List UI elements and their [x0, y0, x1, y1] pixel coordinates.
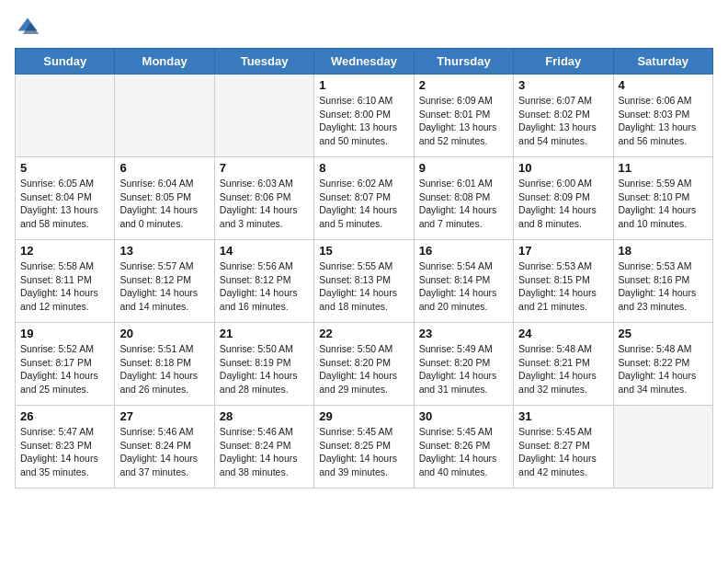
day-info: Sunrise: 5:48 AMSunset: 8:21 PMDaylight:… — [518, 342, 608, 396]
day-info: Sunrise: 6:07 AMSunset: 8:02 PMDaylight:… — [518, 94, 608, 148]
calendar-cell — [16, 75, 115, 157]
calendar-cell: 17Sunrise: 5:53 AMSunset: 8:15 PMDayligh… — [514, 240, 613, 323]
day-number: 16 — [419, 244, 508, 258]
calendar-cell: 16Sunrise: 5:54 AMSunset: 8:14 PMDayligh… — [414, 240, 513, 323]
day-info: Sunrise: 6:01 AMSunset: 8:08 PMDaylight:… — [419, 177, 508, 231]
day-info: Sunrise: 6:00 AMSunset: 8:09 PMDaylight:… — [518, 177, 608, 231]
calendar-cell: 29Sunrise: 5:45 AMSunset: 8:25 PMDayligh… — [314, 406, 414, 488]
calendar-cell: 6Sunrise: 6:04 AMSunset: 8:05 PMDaylight… — [115, 157, 214, 240]
calendar-cell: 25Sunrise: 5:48 AMSunset: 8:22 PMDayligh… — [613, 323, 712, 406]
calendar-cell: 28Sunrise: 5:46 AMSunset: 8:24 PMDayligh… — [214, 406, 313, 488]
day-number: 26 — [20, 409, 109, 423]
calendar-cell — [214, 75, 313, 157]
day-info: Sunrise: 5:55 AMSunset: 8:13 PMDaylight:… — [319, 259, 408, 314]
header — [15, 15, 713, 40]
day-number: 14 — [220, 244, 309, 258]
day-info: Sunrise: 5:53 AMSunset: 8:16 PMDaylight:… — [619, 259, 708, 314]
day-info: Sunrise: 5:46 AMSunset: 8:24 PMDaylight:… — [220, 425, 309, 479]
day-info: Sunrise: 5:45 AMSunset: 8:25 PMDaylight:… — [319, 425, 408, 479]
day-info: Sunrise: 5:57 AMSunset: 8:12 PMDaylight:… — [119, 259, 209, 314]
calendar-cell: 22Sunrise: 5:50 AMSunset: 8:20 PMDayligh… — [314, 323, 414, 406]
col-header-wednesday: Wednesday — [314, 49, 414, 75]
calendar-cell: 13Sunrise: 5:57 AMSunset: 8:12 PMDayligh… — [115, 240, 214, 323]
day-info: Sunrise: 6:06 AMSunset: 8:03 PMDaylight:… — [619, 94, 708, 148]
calendar-cell: 31Sunrise: 5:45 AMSunset: 8:27 PMDayligh… — [514, 406, 613, 488]
col-header-saturday: Saturday — [613, 49, 712, 75]
day-info: Sunrise: 5:47 AMSunset: 8:23 PMDaylight:… — [20, 425, 109, 479]
calendar-cell — [115, 75, 214, 157]
day-number: 24 — [518, 327, 608, 340]
day-info: Sunrise: 5:52 AMSunset: 8:17 PMDaylight:… — [20, 342, 109, 396]
week-row-1: 1Sunrise: 6:10 AMSunset: 8:00 PMDaylight… — [16, 75, 713, 157]
day-number: 1 — [319, 78, 408, 92]
day-info: Sunrise: 5:45 AMSunset: 8:27 PMDaylight:… — [518, 425, 608, 479]
day-number: 30 — [419, 409, 508, 423]
day-number: 28 — [220, 409, 309, 423]
day-number: 3 — [518, 78, 608, 92]
day-number: 19 — [20, 327, 109, 340]
day-info: Sunrise: 5:51 AMSunset: 8:18 PMDaylight:… — [119, 342, 209, 396]
col-header-tuesday: Tuesday — [214, 49, 313, 75]
calendar-cell: 11Sunrise: 5:59 AMSunset: 8:10 PMDayligh… — [613, 157, 712, 240]
day-info: Sunrise: 5:56 AMSunset: 8:12 PMDaylight:… — [220, 259, 309, 314]
calendar-cell: 10Sunrise: 6:00 AMSunset: 8:09 PMDayligh… — [514, 157, 613, 240]
calendar-cell: 27Sunrise: 5:46 AMSunset: 8:24 PMDayligh… — [115, 406, 214, 488]
calendar-cell: 20Sunrise: 5:51 AMSunset: 8:18 PMDayligh… — [115, 323, 214, 406]
calendar-cell: 5Sunrise: 6:05 AMSunset: 8:04 PMDaylight… — [16, 157, 115, 240]
day-info: Sunrise: 5:50 AMSunset: 8:20 PMDaylight:… — [319, 342, 408, 396]
day-info: Sunrise: 6:10 AMSunset: 8:00 PMDaylight:… — [319, 94, 408, 148]
day-info: Sunrise: 5:48 AMSunset: 8:22 PMDaylight:… — [619, 342, 708, 396]
day-number: 11 — [619, 161, 708, 175]
day-number: 10 — [518, 161, 608, 175]
logo — [15, 15, 44, 40]
calendar-cell: 4Sunrise: 6:06 AMSunset: 8:03 PMDaylight… — [613, 75, 712, 157]
calendar: SundayMondayTuesdayWednesdayThursdayFrid… — [15, 48, 713, 488]
calendar-cell: 2Sunrise: 6:09 AMSunset: 8:01 PMDaylight… — [414, 75, 513, 157]
week-row-2: 5Sunrise: 6:05 AMSunset: 8:04 PMDaylight… — [16, 157, 713, 240]
day-number: 12 — [20, 244, 109, 258]
day-number: 15 — [319, 244, 408, 258]
day-number: 2 — [419, 78, 508, 92]
logo-icon — [15, 15, 40, 40]
day-info: Sunrise: 6:05 AMSunset: 8:04 PMDaylight:… — [20, 177, 109, 231]
day-info: Sunrise: 5:45 AMSunset: 8:26 PMDaylight:… — [419, 425, 508, 479]
col-header-sunday: Sunday — [16, 49, 115, 75]
col-header-monday: Monday — [115, 49, 214, 75]
calendar-cell: 24Sunrise: 5:48 AMSunset: 8:21 PMDayligh… — [514, 323, 613, 406]
day-number: 23 — [419, 327, 508, 340]
calendar-cell: 3Sunrise: 6:07 AMSunset: 8:02 PMDaylight… — [514, 75, 613, 157]
day-number: 31 — [518, 409, 608, 423]
day-info: Sunrise: 5:59 AMSunset: 8:10 PMDaylight:… — [619, 177, 708, 231]
day-number: 27 — [119, 409, 209, 423]
calendar-cell: 1Sunrise: 6:10 AMSunset: 8:00 PMDaylight… — [314, 75, 414, 157]
calendar-cell: 19Sunrise: 5:52 AMSunset: 8:17 PMDayligh… — [16, 323, 115, 406]
calendar-cell: 18Sunrise: 5:53 AMSunset: 8:16 PMDayligh… — [613, 240, 712, 323]
day-info: Sunrise: 5:49 AMSunset: 8:20 PMDaylight:… — [419, 342, 508, 396]
day-number: 13 — [119, 244, 209, 258]
calendar-header: SundayMondayTuesdayWednesdayThursdayFrid… — [16, 49, 713, 75]
day-number: 7 — [220, 161, 309, 175]
day-number: 8 — [319, 161, 408, 175]
week-row-4: 19Sunrise: 5:52 AMSunset: 8:17 PMDayligh… — [16, 323, 713, 406]
day-number: 25 — [619, 327, 708, 340]
day-number: 22 — [319, 327, 408, 340]
day-number: 29 — [319, 409, 408, 423]
week-row-5: 26Sunrise: 5:47 AMSunset: 8:23 PMDayligh… — [16, 406, 713, 488]
calendar-cell: 14Sunrise: 5:56 AMSunset: 8:12 PMDayligh… — [214, 240, 313, 323]
calendar-cell: 30Sunrise: 5:45 AMSunset: 8:26 PMDayligh… — [414, 406, 513, 488]
calendar-cell: 7Sunrise: 6:03 AMSunset: 8:06 PMDaylight… — [214, 157, 313, 240]
day-info: Sunrise: 5:58 AMSunset: 8:11 PMDaylight:… — [20, 259, 109, 314]
calendar-cell: 21Sunrise: 5:50 AMSunset: 8:19 PMDayligh… — [214, 323, 313, 406]
calendar-cell — [613, 406, 712, 488]
day-info: Sunrise: 6:04 AMSunset: 8:05 PMDaylight:… — [119, 177, 209, 231]
day-number: 21 — [220, 327, 309, 340]
day-info: Sunrise: 6:09 AMSunset: 8:01 PMDaylight:… — [419, 94, 508, 148]
day-info: Sunrise: 5:54 AMSunset: 8:14 PMDaylight:… — [419, 259, 508, 314]
day-number: 18 — [619, 244, 708, 258]
day-number: 6 — [119, 161, 209, 175]
col-header-friday: Friday — [514, 49, 613, 75]
calendar-cell: 8Sunrise: 6:02 AMSunset: 8:07 PMDaylight… — [314, 157, 414, 240]
day-info: Sunrise: 5:53 AMSunset: 8:15 PMDaylight:… — [518, 259, 608, 314]
day-number: 20 — [119, 327, 209, 340]
col-header-thursday: Thursday — [414, 49, 513, 75]
